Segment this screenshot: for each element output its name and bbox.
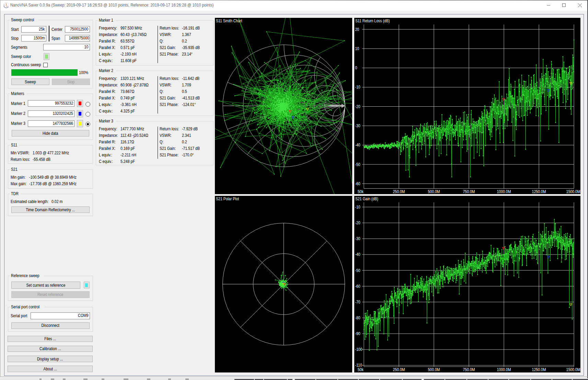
svg-text:-70: -70	[355, 300, 360, 305]
svg-text:-40: -40	[355, 143, 360, 147]
svg-text:750.0M: 750.0M	[463, 189, 475, 194]
svg-text:-80: -80	[355, 316, 360, 320]
svg-text:-40: -40	[355, 252, 360, 257]
svg-text:1000.0M: 1000.0M	[497, 189, 511, 194]
svg-text:10: 10	[355, 46, 359, 51]
svg-text:1250.0M: 1250.0M	[532, 367, 546, 372]
svg-text:S11 Smith Chart: S11 Smith Chart	[216, 19, 242, 23]
svg-text:50k: 50k	[358, 189, 364, 194]
svg-text:-10: -10	[355, 85, 360, 90]
svg-text:0: 0	[355, 66, 357, 70]
svg-text:-20: -20	[355, 104, 360, 109]
svg-text:-100: -100	[355, 347, 362, 352]
svg-text:-10: -10	[355, 205, 360, 210]
svg-text:750.0M: 750.0M	[463, 367, 475, 372]
svg-text:-60: -60	[355, 284, 360, 289]
svg-text:S21 Polar Plot: S21 Polar Plot	[216, 197, 239, 201]
svg-text:500.0M: 500.0M	[428, 189, 440, 194]
svg-text:-20: -20	[355, 221, 360, 225]
svg-text:-90: -90	[355, 331, 360, 336]
svg-text:1000.0M: 1000.0M	[497, 367, 511, 372]
svg-text:-30: -30	[355, 236, 360, 241]
svg-text:S11 Return Loss (dB): S11 Return Loss (dB)	[355, 19, 390, 23]
svg-text:-30: -30	[355, 123, 360, 128]
svg-text:500.0M: 500.0M	[428, 367, 440, 372]
svg-text:1250.0M: 1250.0M	[532, 189, 546, 194]
svg-text:-60: -60	[355, 181, 360, 186]
svg-text:-50: -50	[355, 268, 360, 273]
svg-text:1500.0M: 1500.0M	[566, 189, 580, 194]
svg-text:250.0M: 250.0M	[393, 367, 405, 372]
svg-text:20: 20	[355, 27, 359, 32]
svg-text:-50: -50	[355, 162, 360, 167]
svg-text:50k: 50k	[358, 367, 364, 372]
svg-text:1500.0M: 1500.0M	[566, 367, 580, 372]
svg-text:250.0M: 250.0M	[393, 189, 405, 194]
svg-text:S21 Gain (dB): S21 Gain (dB)	[355, 197, 378, 201]
